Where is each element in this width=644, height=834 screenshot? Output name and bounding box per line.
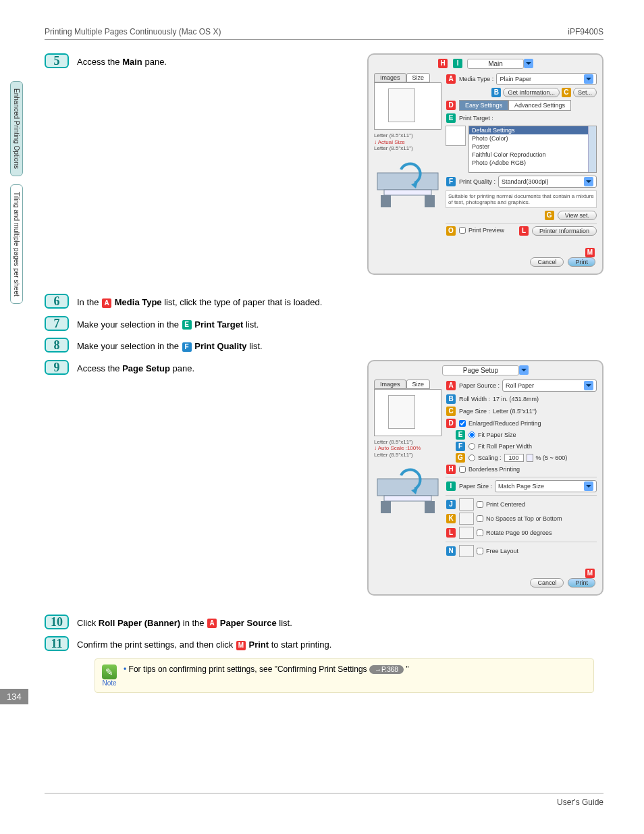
- inline-badge-E: E: [182, 320, 192, 330]
- stepper-icon[interactable]: [527, 454, 533, 462]
- header-left: Printing Multiple Pages Continuously (Ma…: [45, 27, 221, 36]
- cross-ref[interactable]: →P.368: [369, 665, 404, 674]
- badge-I: I: [446, 481, 456, 491]
- preview-tabs[interactable]: Images Size: [374, 73, 441, 82]
- nospaces-icon: [459, 513, 474, 525]
- footer-rule: [45, 793, 603, 793]
- scaling-radio[interactable]: [468, 454, 475, 461]
- print-centered-check[interactable]: [477, 501, 483, 508]
- badge-M: M: [585, 569, 595, 578]
- target-thumb: [446, 126, 466, 146]
- paper-source-select[interactable]: Roll Paper: [502, 380, 597, 392]
- side-tabs: Enhanced Printing Options Tiling and mul…: [10, 81, 23, 304]
- svg-rect-0: [377, 173, 438, 190]
- no-spaces-check[interactable]: [477, 515, 483, 522]
- dropdown-icon[interactable]: [524, 59, 533, 68]
- footer-text: User's Guide: [557, 798, 603, 807]
- step-6-num: 6: [45, 294, 69, 309]
- badge-L: L: [446, 528, 456, 538]
- badge-D: D: [446, 419, 456, 428]
- print-quality-select[interactable]: Standard(300dpi): [498, 176, 597, 188]
- badge-I: I: [453, 59, 462, 68]
- figure-page-setup-pane: Page Setup Images Size Letter (8.5"x11")…: [367, 360, 603, 596]
- badge-H: H: [446, 465, 456, 474]
- step-5-text: Access the Main pane.: [77, 53, 359, 69]
- badge-E: E: [456, 430, 465, 440]
- svg-rect-1: [384, 190, 431, 195]
- side-tab-enhanced[interactable]: Enhanced Printing Options: [10, 81, 23, 176]
- enlarged-check[interactable]: [459, 420, 466, 427]
- cancel-button[interactable]: Cancel: [530, 257, 564, 267]
- print-preview-check[interactable]: Print Preview: [459, 227, 504, 234]
- badge-B: B: [491, 88, 501, 97]
- step-9-text: Access the Page Setup pane.: [77, 360, 359, 375]
- step-10-num: 10: [45, 615, 69, 629]
- preview-tabs[interactable]: Images Size: [374, 380, 441, 389]
- badge-O: O: [446, 226, 456, 236]
- badge-A: A: [446, 381, 456, 390]
- svg-rect-2: [381, 195, 391, 207]
- svg-rect-5: [377, 479, 438, 496]
- cancel-button[interactable]: Cancel: [530, 578, 564, 588]
- get-information-button[interactable]: Get Information...: [503, 88, 560, 97]
- preview-info: Letter (8.5"x11") ↓ Auto Scale :100% Let…: [374, 439, 441, 459]
- badge-H: H: [438, 59, 448, 68]
- dropdown-icon[interactable]: [519, 365, 529, 375]
- badge-K: K: [446, 514, 456, 523]
- step-11-text: Confirm the print settings, and then cli…: [77, 636, 603, 652]
- step-9-num: 9: [45, 360, 69, 375]
- inline-badge-F: F: [182, 342, 192, 352]
- page-header: Printing Multiple Pages Continuously (Ma…: [45, 27, 603, 40]
- badge-E: E: [446, 113, 456, 123]
- svg-rect-7: [381, 501, 391, 513]
- set-button[interactable]: Set...: [573, 88, 597, 97]
- page-number: 134: [0, 689, 28, 704]
- print-target-list[interactable]: Default Settings Photo (Color) Poster Fa…: [468, 126, 597, 173]
- pane-selector[interactable]: Main: [467, 59, 524, 69]
- preview-area: [374, 389, 441, 436]
- badge-A: A: [446, 74, 456, 84]
- rotate-check[interactable]: [477, 529, 483, 536]
- quality-description: Suitable for printing normal documents t…: [446, 190, 597, 208]
- step-8-num: 8: [45, 338, 69, 353]
- step-8-text: Make your selection in the F Print Quali…: [77, 338, 603, 353]
- settings-mode-segment[interactable]: Easy Settings Advanced Settings: [459, 100, 571, 111]
- inline-badge-M: M: [236, 641, 246, 650]
- step-11-num: 11: [45, 636, 69, 651]
- side-tab-tiling[interactable]: Tiling and multiple pages per sheet: [10, 184, 23, 304]
- inline-badge-A: A: [102, 298, 111, 308]
- view-set-button[interactable]: View set.: [558, 211, 597, 220]
- free-layout-check[interactable]: [477, 548, 483, 554]
- preview-area: [374, 82, 441, 130]
- svg-rect-8: [425, 501, 435, 513]
- fit-paper-radio[interactable]: [468, 432, 475, 438]
- note-box: ✎ Note • For tips on confirming print se…: [95, 658, 594, 693]
- centered-icon: [459, 498, 474, 511]
- pane-selector[interactable]: Page Setup: [442, 365, 519, 375]
- badge-B: B: [446, 394, 456, 404]
- badge-L: L: [519, 226, 529, 236]
- svg-rect-6: [384, 496, 431, 501]
- badge-F: F: [456, 442, 465, 451]
- scaling-value[interactable]: 100: [504, 454, 524, 462]
- note-label: Note: [102, 679, 116, 687]
- header-right: iPF9400S: [568, 27, 603, 36]
- printer-info-button[interactable]: Printer Information: [532, 226, 597, 236]
- media-type-select[interactable]: Plain Paper: [496, 73, 597, 85]
- fit-roll-radio[interactable]: [468, 443, 475, 450]
- note-icon: ✎: [102, 664, 117, 679]
- paper-size-select[interactable]: Match Page Size: [495, 480, 597, 492]
- step-6-text: In the A Media Type list, click the type…: [77, 294, 603, 309]
- preview-info: Letter (8.5"x11") ↓ Actual Size Letter (…: [374, 132, 441, 152]
- print-button[interactable]: Print: [568, 257, 595, 267]
- figure-main-pane: H I Main Images Size Letter (8.5"x11"): [367, 53, 603, 275]
- badge-G: G: [545, 211, 554, 220]
- inline-badge-A: A: [207, 619, 217, 628]
- badge-C: C: [562, 88, 571, 97]
- print-button[interactable]: Print: [568, 578, 595, 588]
- printer-illustration: [374, 462, 441, 516]
- borderless-check[interactable]: [459, 466, 466, 473]
- step-10-text: Click Roll Paper (Banner) in the A Paper…: [77, 615, 603, 630]
- svg-rect-3: [425, 195, 435, 207]
- printer-illustration: [374, 156, 441, 210]
